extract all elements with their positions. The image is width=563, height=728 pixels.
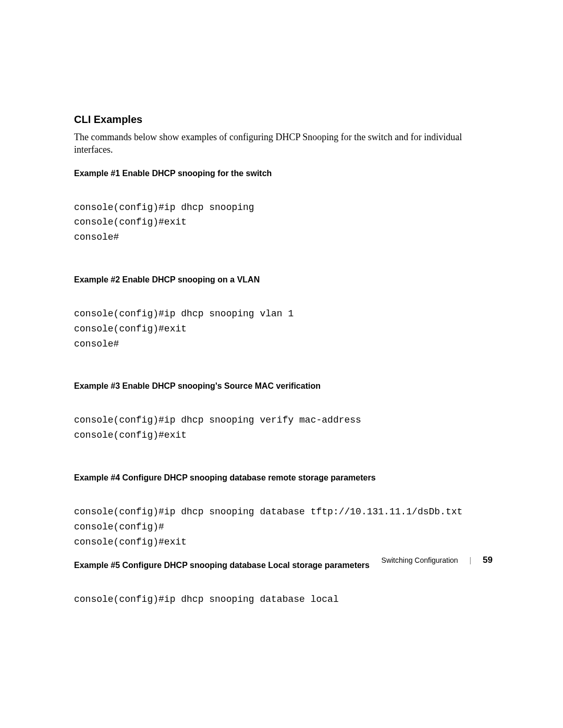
example-5-code: console(config)#ip dhcp snooping databas…: [74, 592, 491, 607]
page-footer: Switching Configuration | 59: [382, 555, 493, 565]
example-4-title: Example #4 Configure DHCP snooping datab…: [74, 473, 491, 483]
example-2-code: console(config)#ip dhcp snooping vlan 1 …: [74, 306, 491, 351]
page-content: CLI Examples The commands below show exa…: [74, 114, 491, 607]
footer-page-number: 59: [483, 555, 493, 565]
example-1-code: console(config)#ip dhcp snooping console…: [74, 200, 491, 245]
intro-text: The commands below show examples of conf…: [74, 131, 491, 156]
footer-section: Switching Configuration: [382, 556, 458, 564]
example-3-title: Example #3 Enable DHCP snooping's Source…: [74, 381, 491, 391]
footer-separator: |: [470, 556, 472, 564]
example-1-title: Example #1 Enable DHCP snooping for the …: [74, 169, 491, 178]
example-2-title: Example #2 Enable DHCP snooping on a VLA…: [74, 275, 491, 285]
example-3-code: console(config)#ip dhcp snooping verify …: [74, 413, 491, 443]
example-4-code: console(config)#ip dhcp snooping databas…: [74, 504, 491, 549]
section-title: CLI Examples: [74, 114, 491, 126]
